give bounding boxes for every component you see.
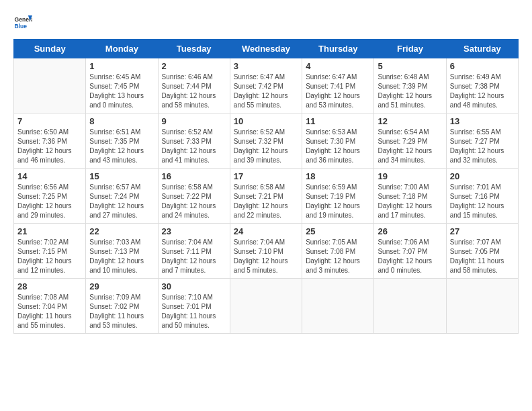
calendar-cell: 12Sunrise: 6:54 AM Sunset: 7:29 PM Dayli… — [374, 113, 446, 169]
day-number: 7 — [17, 116, 82, 126]
day-info: Sunrise: 6:46 AM Sunset: 7:44 PM Dayligh… — [162, 73, 226, 110]
calendar-cell — [374, 279, 446, 334]
day-number: 28 — [17, 281, 82, 291]
day-number: 22 — [89, 226, 154, 236]
calendar-cell: 25Sunrise: 7:05 AM Sunset: 7:08 PM Dayli… — [302, 224, 374, 279]
calendar-cell: 20Sunrise: 7:01 AM Sunset: 7:16 PM Dayli… — [446, 169, 518, 224]
day-number: 16 — [162, 171, 226, 181]
calendar-cell: 10Sunrise: 6:52 AM Sunset: 7:32 PM Dayli… — [230, 113, 302, 169]
logo-icon: General Blue — [13, 13, 32, 32]
day-number: 3 — [234, 61, 298, 71]
calendar-cell: 11Sunrise: 6:53 AM Sunset: 7:30 PM Dayli… — [302, 113, 374, 169]
day-header-friday: Friday — [374, 40, 446, 58]
calendar-cell: 23Sunrise: 7:04 AM Sunset: 7:11 PM Dayli… — [158, 224, 230, 279]
day-number: 26 — [378, 226, 442, 236]
day-number: 1 — [89, 61, 154, 71]
calendar-cell: 13Sunrise: 6:55 AM Sunset: 7:27 PM Dayli… — [446, 113, 518, 169]
day-info: Sunrise: 6:57 AM Sunset: 7:24 PM Dayligh… — [89, 183, 154, 220]
day-number: 11 — [306, 116, 370, 126]
calendar-cell: 17Sunrise: 6:58 AM Sunset: 7:21 PM Dayli… — [230, 169, 302, 224]
calendar: SundayMondayTuesdayWednesdayThursdayFrid… — [13, 39, 519, 334]
day-number: 30 — [162, 281, 226, 291]
logo: General Blue — [13, 13, 35, 32]
day-number: 2 — [162, 61, 226, 71]
day-number: 29 — [89, 281, 154, 291]
day-info: Sunrise: 7:05 AM Sunset: 7:08 PM Dayligh… — [306, 238, 370, 275]
day-info: Sunrise: 6:55 AM Sunset: 7:27 PM Dayligh… — [450, 128, 515, 165]
calendar-cell — [14, 58, 86, 113]
day-number: 25 — [306, 226, 370, 236]
day-number: 8 — [89, 116, 154, 126]
svg-text:Blue: Blue — [15, 23, 28, 30]
calendar-cell: 4Sunrise: 6:47 AM Sunset: 7:41 PM Daylig… — [302, 58, 374, 113]
day-number: 24 — [234, 226, 298, 236]
day-number: 6 — [450, 61, 515, 71]
day-info: Sunrise: 7:02 AM Sunset: 7:15 PM Dayligh… — [17, 238, 82, 275]
day-number: 14 — [17, 171, 82, 181]
calendar-cell: 29Sunrise: 7:09 AM Sunset: 7:02 PM Dayli… — [86, 279, 158, 334]
day-info: Sunrise: 6:52 AM Sunset: 7:33 PM Dayligh… — [162, 128, 226, 165]
calendar-cell: 22Sunrise: 7:03 AM Sunset: 7:13 PM Dayli… — [86, 224, 158, 279]
day-info: Sunrise: 7:04 AM Sunset: 7:11 PM Dayligh… — [162, 238, 226, 275]
calendar-cell: 3Sunrise: 6:47 AM Sunset: 7:42 PM Daylig… — [230, 58, 302, 113]
calendar-cell: 21Sunrise: 7:02 AM Sunset: 7:15 PM Dayli… — [14, 224, 86, 279]
day-header-monday: Monday — [86, 40, 158, 58]
day-header-tuesday: Tuesday — [158, 40, 230, 58]
day-info: Sunrise: 6:58 AM Sunset: 7:21 PM Dayligh… — [234, 183, 298, 220]
calendar-cell — [230, 279, 302, 334]
calendar-cell: 27Sunrise: 7:07 AM Sunset: 7:05 PM Dayli… — [446, 224, 518, 279]
day-number: 18 — [306, 171, 370, 181]
week-row-1: 7Sunrise: 6:50 AM Sunset: 7:36 PM Daylig… — [14, 113, 519, 169]
day-number: 9 — [162, 116, 226, 126]
day-number: 12 — [378, 116, 442, 126]
calendar-cell: 2Sunrise: 6:46 AM Sunset: 7:44 PM Daylig… — [158, 58, 230, 113]
day-info: Sunrise: 6:47 AM Sunset: 7:42 PM Dayligh… — [234, 73, 298, 110]
day-info: Sunrise: 6:59 AM Sunset: 7:19 PM Dayligh… — [306, 183, 370, 220]
day-number: 17 — [234, 171, 298, 181]
day-info: Sunrise: 6:54 AM Sunset: 7:29 PM Dayligh… — [378, 128, 442, 165]
day-info: Sunrise: 7:10 AM Sunset: 7:01 PM Dayligh… — [162, 293, 226, 330]
day-info: Sunrise: 6:53 AM Sunset: 7:30 PM Dayligh… — [306, 128, 370, 165]
day-info: Sunrise: 6:58 AM Sunset: 7:22 PM Dayligh… — [162, 183, 226, 220]
day-info: Sunrise: 7:04 AM Sunset: 7:10 PM Dayligh… — [234, 238, 298, 275]
calendar-cell: 5Sunrise: 6:48 AM Sunset: 7:39 PM Daylig… — [374, 58, 446, 113]
day-info: Sunrise: 6:56 AM Sunset: 7:25 PM Dayligh… — [17, 183, 82, 220]
day-info: Sunrise: 6:49 AM Sunset: 7:38 PM Dayligh… — [450, 73, 515, 110]
day-header-wednesday: Wednesday — [230, 40, 302, 58]
calendar-cell: 26Sunrise: 7:06 AM Sunset: 7:07 PM Dayli… — [374, 224, 446, 279]
day-number: 23 — [162, 226, 226, 236]
calendar-cell: 9Sunrise: 6:52 AM Sunset: 7:33 PM Daylig… — [158, 113, 230, 169]
calendar-cell: 15Sunrise: 6:57 AM Sunset: 7:24 PM Dayli… — [86, 169, 158, 224]
day-header-thursday: Thursday — [302, 40, 374, 58]
week-row-3: 21Sunrise: 7:02 AM Sunset: 7:15 PM Dayli… — [14, 224, 519, 279]
day-number: 4 — [306, 61, 370, 71]
day-info: Sunrise: 7:01 AM Sunset: 7:16 PM Dayligh… — [450, 183, 515, 220]
calendar-cell — [446, 279, 518, 334]
day-info: Sunrise: 7:06 AM Sunset: 7:07 PM Dayligh… — [378, 238, 442, 275]
day-info: Sunrise: 7:09 AM Sunset: 7:02 PM Dayligh… — [89, 293, 154, 330]
calendar-cell: 6Sunrise: 6:49 AM Sunset: 7:38 PM Daylig… — [446, 58, 518, 113]
day-header-sunday: Sunday — [14, 40, 86, 58]
day-info: Sunrise: 7:03 AM Sunset: 7:13 PM Dayligh… — [89, 238, 154, 275]
day-info: Sunrise: 6:47 AM Sunset: 7:41 PM Dayligh… — [306, 73, 370, 110]
day-info: Sunrise: 6:50 AM Sunset: 7:36 PM Dayligh… — [17, 128, 82, 165]
week-row-0: 1Sunrise: 6:45 AM Sunset: 7:45 PM Daylig… — [14, 58, 519, 113]
day-header-saturday: Saturday — [446, 40, 518, 58]
calendar-cell: 19Sunrise: 7:00 AM Sunset: 7:18 PM Dayli… — [374, 169, 446, 224]
day-info: Sunrise: 7:08 AM Sunset: 7:04 PM Dayligh… — [17, 293, 82, 330]
day-number: 10 — [234, 116, 298, 126]
day-number: 15 — [89, 171, 154, 181]
day-info: Sunrise: 6:52 AM Sunset: 7:32 PM Dayligh… — [234, 128, 298, 165]
calendar-cell: 14Sunrise: 6:56 AM Sunset: 7:25 PM Dayli… — [14, 169, 86, 224]
day-number: 21 — [17, 226, 82, 236]
day-info: Sunrise: 7:00 AM Sunset: 7:18 PM Dayligh… — [378, 183, 442, 220]
calendar-cell: 30Sunrise: 7:10 AM Sunset: 7:01 PM Dayli… — [158, 279, 230, 334]
week-row-2: 14Sunrise: 6:56 AM Sunset: 7:25 PM Dayli… — [14, 169, 519, 224]
day-info: Sunrise: 7:07 AM Sunset: 7:05 PM Dayligh… — [450, 238, 515, 275]
calendar-cell: 24Sunrise: 7:04 AM Sunset: 7:10 PM Dayli… — [230, 224, 302, 279]
day-number: 5 — [378, 61, 442, 71]
week-row-4: 28Sunrise: 7:08 AM Sunset: 7:04 PM Dayli… — [14, 279, 519, 334]
day-info: Sunrise: 6:48 AM Sunset: 7:39 PM Dayligh… — [378, 73, 442, 110]
day-number: 20 — [450, 171, 515, 181]
calendar-cell: 16Sunrise: 6:58 AM Sunset: 7:22 PM Dayli… — [158, 169, 230, 224]
